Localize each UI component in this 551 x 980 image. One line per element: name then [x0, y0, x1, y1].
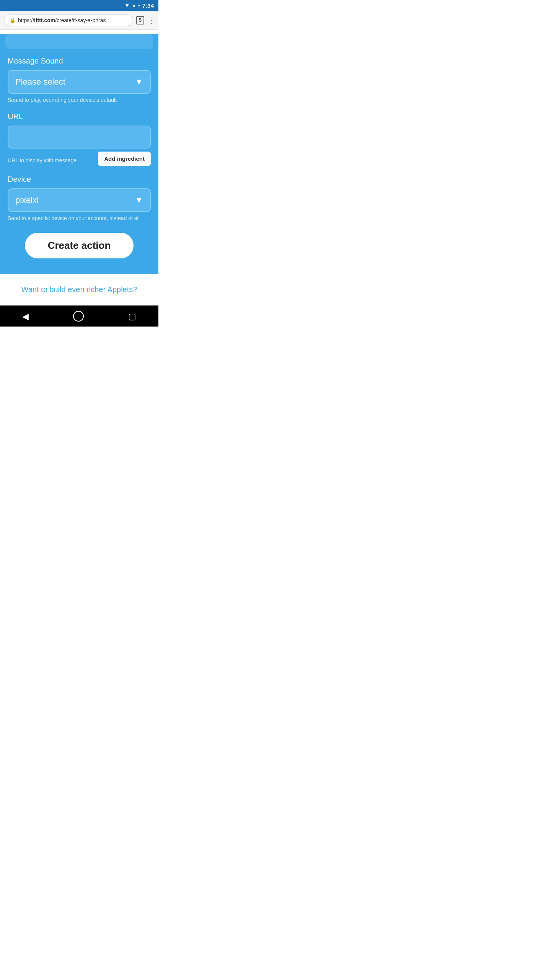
url-hint: URL to display with message — [8, 157, 77, 163]
nav-bar — [0, 305, 158, 327]
add-ingredient-button[interactable]: Add ingredient — [98, 152, 151, 166]
url-bar[interactable]: 🔒 https://ifttt.com/create/if-say-a-phra… — [4, 15, 133, 26]
richer-applets-link[interactable]: Want to build even richer Applets? — [21, 285, 137, 294]
message-sound-value: Please select — [15, 77, 65, 87]
form-section: Message Sound Please select ▼ Sound to p… — [0, 53, 158, 274]
chevron-down-icon: ▼ — [135, 77, 143, 87]
wifi-icon: ▼ — [124, 2, 130, 8]
lock-icon: 🔒 — [10, 17, 16, 23]
device-select[interactable]: pixelxl ▼ — [8, 188, 151, 212]
message-sound-label: Message Sound — [8, 57, 151, 65]
main-content: Message Sound Please select ▼ Sound to p… — [0, 34, 158, 274]
url-field-group: URL URL to display with message Add ingr… — [8, 112, 151, 166]
status-time: 7:34 — [142, 2, 154, 9]
top-partial-card — [5, 34, 153, 49]
status-icons: ▼ ▲ ▪ — [124, 2, 140, 8]
more-menu-icon[interactable]: ⋮ — [147, 16, 155, 25]
device-field-group: Device pixelxl ▼ Send to a specific devi… — [8, 175, 151, 221]
url-input[interactable] — [8, 126, 151, 149]
create-action-button[interactable]: Create action — [25, 233, 134, 258]
back-button[interactable] — [22, 311, 29, 322]
message-sound-hint: Sound to play, overriding your device's … — [8, 97, 151, 103]
device-value: pixelxl — [15, 195, 39, 205]
message-sound-field-group: Message Sound Please select ▼ Sound to p… — [8, 57, 151, 103]
battery-icon: ▪ — [138, 2, 140, 8]
url-field-row: URL to display with message Add ingredie… — [8, 152, 151, 166]
tab-count[interactable]: 5 — [136, 16, 144, 24]
home-button[interactable] — [73, 311, 84, 322]
status-bar: ▼ ▲ ▪ 7:34 — [0, 0, 158, 11]
device-hint: Send to a specific device on your accoun… — [8, 215, 151, 221]
signal-icon: ▲ — [131, 2, 137, 8]
recents-button[interactable] — [128, 311, 136, 322]
url-label: URL — [8, 112, 151, 121]
url-text: https://ifttt.com/create/if-say-a-phras — [18, 17, 127, 23]
browser-bar: 🔒 https://ifttt.com/create/if-say-a-phra… — [0, 11, 158, 30]
bottom-section: Want to build even richer Applets? — [0, 274, 158, 305]
device-chevron-icon: ▼ — [135, 195, 143, 205]
message-sound-select[interactable]: Please select ▼ — [8, 70, 151, 94]
device-label: Device — [8, 175, 151, 184]
